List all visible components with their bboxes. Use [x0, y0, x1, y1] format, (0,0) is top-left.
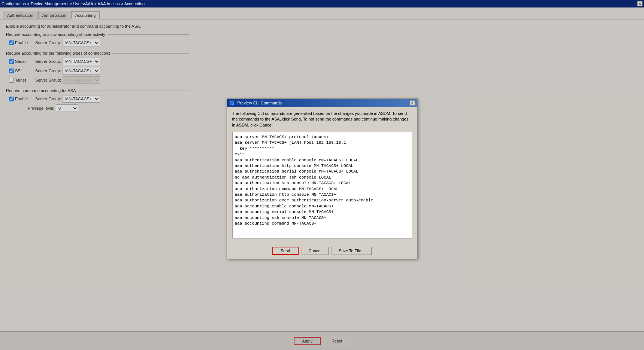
cli-commands-display: aaa-server MN-TACACS+ protocol tacacs+ a…	[232, 132, 412, 238]
main-area: Authentication Authorization Accounting …	[0, 7, 644, 350]
modal-description: The following CLI commands are generated…	[232, 111, 412, 128]
modal-icon	[229, 100, 235, 106]
modal-title-bar: Preview CLI Commands ×	[227, 99, 417, 107]
modal-overlay: Preview CLI Commands × The following CLI…	[0, 7, 644, 350]
modal-close-button[interactable]: ×	[410, 100, 415, 106]
modal-dialog: Preview CLI Commands × The following CLI…	[227, 98, 418, 259]
modal-buttons: Send Cancel Save To File...	[227, 242, 417, 259]
save-to-file-button[interactable]: Save To File...	[332, 247, 372, 255]
breadcrumb: Configuration > Device Management > User…	[1, 1, 145, 6]
window-close-button[interactable]: ×	[637, 1, 643, 6]
title-bar: Configuration > Device Management > User…	[0, 0, 644, 7]
cancel-button[interactable]: Cancel	[302, 247, 329, 255]
send-button[interactable]: Send	[272, 247, 299, 255]
modal-title: Preview CLI Commands	[238, 101, 282, 105]
modal-body: The following CLI commands are generated…	[227, 107, 417, 242]
